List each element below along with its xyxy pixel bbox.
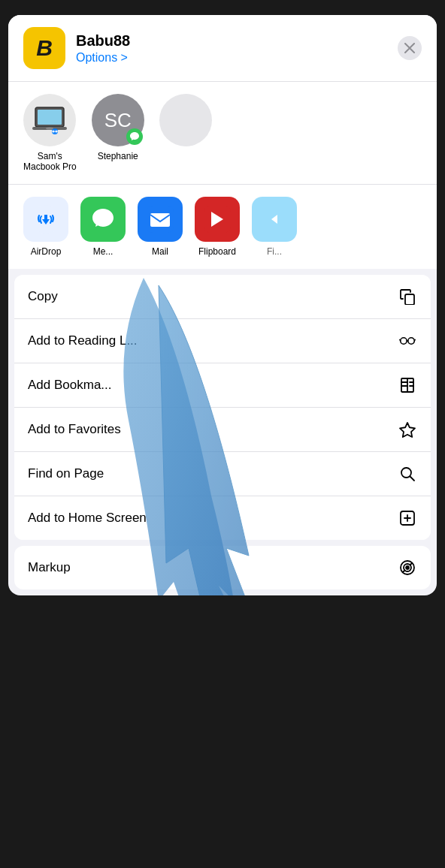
mail-label: Mail xyxy=(152,246,168,257)
contacts-row: Sam'sMacbook Pro SC Stephanie xyxy=(8,82,437,185)
app-airdrop[interactable]: AirDrop xyxy=(23,197,68,257)
apps-row: AirDrop Me... Mail xyxy=(8,185,437,275)
svg-point-3 xyxy=(46,128,53,130)
contact-partial xyxy=(159,94,212,172)
share-sheet: B Babu88 Options > Sa xyxy=(8,15,437,595)
mail-icon xyxy=(138,197,183,242)
airdrop-icon xyxy=(23,197,68,242)
stephanie-initials: SC xyxy=(104,109,132,132)
app-name: Babu88 xyxy=(76,32,387,50)
markup-label: Markup xyxy=(28,560,71,575)
markup-icon xyxy=(398,558,417,577)
find-on-page-item[interactable]: Find on Page xyxy=(14,452,431,496)
copy-icon xyxy=(398,287,417,306)
favorites-label: Add to Favorites xyxy=(28,422,121,437)
menu-section-2: Markup xyxy=(14,546,431,589)
svg-rect-1 xyxy=(38,110,62,125)
copy-label: Copy xyxy=(28,289,58,304)
reading-list-label: Add to Reading L... xyxy=(28,333,138,348)
menu-section-1: Copy Add to Reading L... xyxy=(14,275,431,540)
macbook-avatar xyxy=(23,94,76,146)
star-icon xyxy=(398,420,417,439)
app-flipboard[interactable]: Flipboard xyxy=(195,197,240,257)
glasses-icon xyxy=(398,331,417,351)
sheet-header: B Babu88 Options > xyxy=(8,15,437,82)
find-on-page-label: Find on Page xyxy=(28,466,104,481)
app-title-area: Babu88 Options > xyxy=(76,32,387,65)
copy-item[interactable]: Copy xyxy=(14,275,431,319)
search-icon xyxy=(398,464,417,484)
svg-rect-10 xyxy=(405,294,414,305)
svg-rect-7 xyxy=(150,213,170,227)
bookmark-item[interactable]: Add Bookma... xyxy=(14,363,431,408)
favorites-item[interactable]: Add to Favorites xyxy=(14,408,431,452)
bookmark-label: Add Bookma... xyxy=(28,378,112,393)
partial-icon xyxy=(252,197,297,242)
messages-icon xyxy=(80,197,126,242)
macbook-name: Sam'sMacbook Pro xyxy=(23,151,77,172)
stephanie-name: Stephanie xyxy=(98,151,138,161)
reading-list-item[interactable]: Add to Reading L... xyxy=(14,319,431,363)
partial-label: Fi... xyxy=(267,246,282,257)
app-partial: Fi... xyxy=(252,197,297,257)
svg-marker-13 xyxy=(400,423,415,437)
home-screen-label: Add to Home Screen xyxy=(28,511,147,526)
app-icon-letter: B xyxy=(36,35,53,61)
app-messages[interactable]: Me... xyxy=(80,197,126,257)
messages-label: Me... xyxy=(93,246,114,257)
contact-macbook[interactable]: Sam'sMacbook Pro xyxy=(23,94,77,172)
markup-item[interactable]: Markup xyxy=(14,546,431,589)
svg-point-12 xyxy=(408,338,414,344)
home-screen-item[interactable]: Add to Home Screen xyxy=(14,496,431,540)
svg-point-11 xyxy=(401,338,407,344)
add-square-icon xyxy=(398,508,417,528)
stephanie-avatar: SC xyxy=(92,94,144,146)
contact-stephanie[interactable]: SC Stephanie xyxy=(92,94,144,172)
flipboard-icon xyxy=(195,197,240,242)
app-icon: B xyxy=(23,27,65,69)
airdrop-label: AirDrop xyxy=(31,246,62,257)
close-button[interactable] xyxy=(398,36,422,60)
book-icon xyxy=(398,375,417,395)
message-badge xyxy=(126,128,143,145)
flipboard-label: Flipboard xyxy=(198,246,236,257)
svg-point-18 xyxy=(406,566,409,569)
app-mail[interactable]: Mail xyxy=(138,197,183,257)
options-link[interactable]: Options > xyxy=(76,51,387,65)
